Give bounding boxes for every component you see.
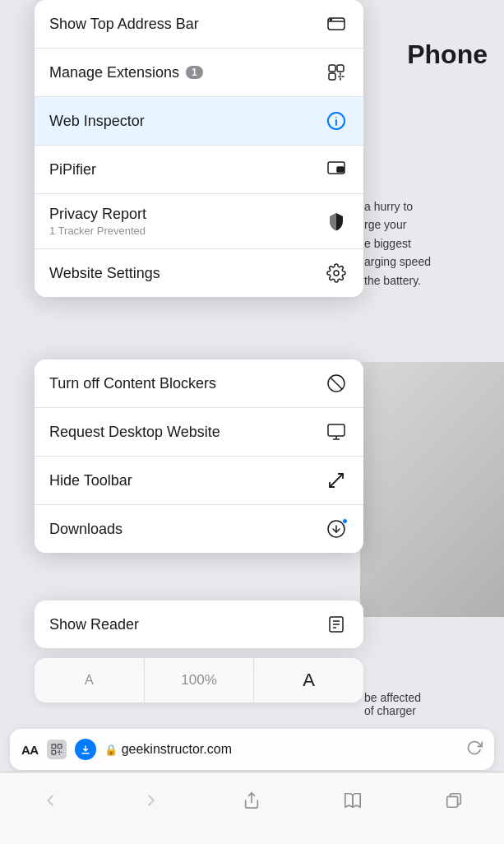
font-increase-button[interactable]: A xyxy=(254,658,363,703)
url-display[interactable]: 🔒 geekinstructor.com xyxy=(104,742,458,757)
svg-point-11 xyxy=(334,271,339,276)
svg-rect-26 xyxy=(52,750,56,754)
font-percent-display: 100% xyxy=(145,658,255,703)
pipifier-item[interactable]: PiPifier xyxy=(35,146,363,194)
svg-point-8 xyxy=(335,117,337,118)
bookmarks-button[interactable] xyxy=(335,782,371,818)
shield-icon xyxy=(324,209,349,234)
turn-off-content-blockers-item[interactable]: Turn off Content Blockers xyxy=(35,359,363,408)
show-reader-item[interactable]: Show Reader xyxy=(35,601,363,648)
bg-phone-text: Phone xyxy=(407,39,488,70)
web-inspector-item[interactable]: Web Inspector xyxy=(35,97,363,146)
svg-line-13 xyxy=(331,378,342,389)
download-dot xyxy=(342,518,348,524)
block-off-icon xyxy=(324,371,349,396)
manage-extensions-item[interactable]: Manage Extensions 1 xyxy=(35,49,363,97)
website-settings-item[interactable]: Website Settings xyxy=(35,249,363,297)
svg-rect-30 xyxy=(446,796,457,807)
pip-icon xyxy=(324,157,349,182)
aa-button[interactable]: AA xyxy=(21,743,39,757)
tabs-button[interactable] xyxy=(436,782,472,818)
back-button[interactable] xyxy=(32,782,68,818)
svg-line-17 xyxy=(330,474,343,487)
address-bar-icon xyxy=(324,12,349,36)
svg-rect-4 xyxy=(337,65,344,72)
font-size-row: A 100% A xyxy=(35,658,363,703)
download-button[interactable] xyxy=(75,739,96,760)
font-large-label: A xyxy=(303,670,315,691)
download-icon xyxy=(324,517,349,541)
reader-icon xyxy=(324,612,349,637)
extensions-icon xyxy=(324,60,349,85)
svg-rect-5 xyxy=(329,73,335,80)
font-small-label: A xyxy=(85,673,94,688)
request-desktop-website-item[interactable]: Request Desktop Website xyxy=(35,408,363,457)
svg-rect-14 xyxy=(328,424,344,436)
privacy-report-item[interactable]: Privacy Report 1 Tracker Prevented xyxy=(35,194,363,249)
hide-toolbar-item[interactable]: Hide Toolbar xyxy=(35,457,363,505)
bottom-toolbar xyxy=(0,772,504,844)
forward-button[interactable] xyxy=(133,782,169,818)
info-circle-icon xyxy=(324,109,349,133)
lock-icon: 🔒 xyxy=(104,744,118,756)
font-decrease-button[interactable]: A xyxy=(35,658,145,703)
svg-rect-3 xyxy=(329,65,335,72)
resize-icon xyxy=(324,468,349,493)
show-top-address-bar-item[interactable]: Show Top Address Bar xyxy=(35,0,363,49)
extensions-button[interactable] xyxy=(47,740,67,759)
share-button[interactable] xyxy=(234,782,270,818)
downloads-item[interactable]: Downloads xyxy=(35,505,363,553)
main-menu: Show Top Address Bar Manage Extensions 1 xyxy=(35,0,363,297)
secondary-menu: Turn off Content Blockers Request Deskto… xyxy=(35,359,363,553)
font-percent-label: 100% xyxy=(181,672,216,689)
svg-rect-24 xyxy=(52,744,56,749)
show-reader-menu: Show Reader xyxy=(35,601,363,648)
extensions-badge: 1 xyxy=(186,66,203,79)
bg-text-bottom: be affected of charger xyxy=(364,691,496,717)
bg-charger-image xyxy=(360,362,504,617)
address-bar[interactable]: AA 🔒 geekinstructor.com xyxy=(10,729,494,770)
gear-icon xyxy=(324,261,349,285)
desktop-icon xyxy=(324,420,349,444)
url-text: geekinstructor.com xyxy=(122,742,232,757)
bg-text-lines: a hurry to rge your e biggest arging spe… xyxy=(364,197,496,290)
reload-button[interactable] xyxy=(466,740,483,759)
svg-point-2 xyxy=(331,19,332,21)
svg-rect-10 xyxy=(337,167,344,172)
svg-rect-25 xyxy=(58,744,62,749)
